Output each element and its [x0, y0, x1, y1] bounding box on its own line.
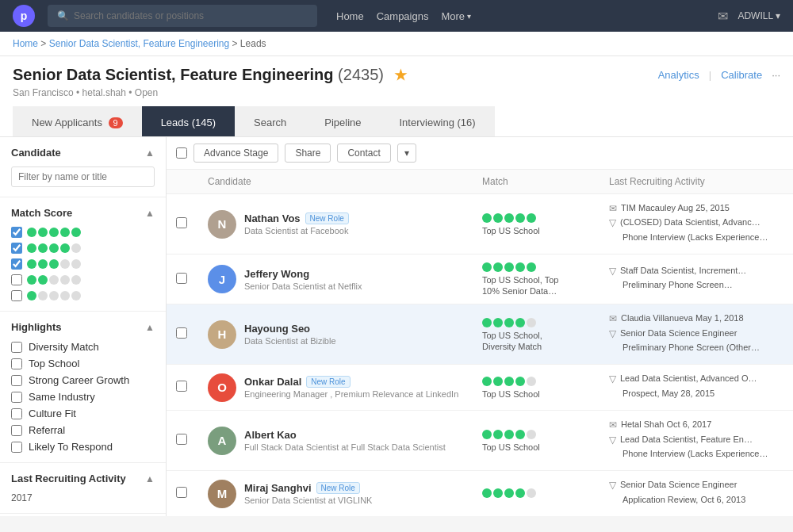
highlights-section: Highlights ▲ Diversity Match Top School … — [0, 312, 166, 463]
last-recruiting-header[interactable]: Last Recruiting Activity ▲ — [11, 473, 155, 484]
candidate-details: Miraj Sanghvi New Role Senior Data Scien… — [244, 482, 372, 505]
candidate-info: M Miraj Sanghvi New Role Senior Data Sci… — [208, 480, 482, 508]
search-box[interactable]: 🔍 — [48, 5, 317, 27]
candidate-row[interactable]: M Miraj Sanghvi New Role Senior Data Sci… — [167, 471, 793, 516]
nav-more[interactable]: More ▾ — [441, 10, 471, 22]
candidate-row[interactable]: N Nathan Vos New Role Data Scientist at … — [167, 194, 793, 255]
highlights-header[interactable]: Highlights ▲ — [11, 321, 155, 333]
match-checkbox-5[interactable] — [11, 227, 22, 238]
row-checkbox[interactable] — [176, 434, 187, 445]
highlight-checkbox-industry[interactable] — [11, 392, 22, 403]
breadcrumb: Home > Senior Data Scientist, Feature En… — [0, 32, 793, 56]
header-candidate: Candidate — [208, 176, 482, 187]
search-input[interactable] — [74, 10, 308, 21]
highlight-checkbox-respond[interactable] — [11, 442, 22, 453]
avatar: H — [208, 320, 236, 349]
highlight-strong-career: Strong Career Growth — [11, 374, 155, 386]
row-checkbox[interactable] — [176, 273, 187, 284]
search-icon: 🔍 — [57, 10, 69, 21]
row-checkbox-cell — [176, 434, 208, 447]
candidate-chevron: ▲ — [145, 147, 155, 159]
match-cell: Top US School, Top10% Senior Data… — [482, 262, 609, 296]
activity-subtext: Preliminary Phone Screen… — [623, 279, 733, 291]
candidate-row[interactable]: J Jeffery Wong Senior Data Scientist at … — [167, 255, 793, 304]
candidate-details: Albert Kao Full Stack Data Scientist at … — [244, 429, 446, 452]
activity-subtext: Application Review, Oct 6, 2013 — [623, 494, 745, 506]
tab-interviewing[interactable]: Interviewing (16) — [381, 106, 495, 136]
activity-icon: ▽ — [609, 328, 616, 339]
row-checkbox-cell — [176, 327, 208, 341]
user-menu[interactable]: ADWILL ▾ — [737, 10, 780, 21]
mail-icon[interactable]: ✉ — [718, 9, 728, 24]
tab-new-applicants[interactable]: New Applicants 9 — [13, 106, 142, 136]
activity-cell: ▽Senior Data Science EngineerApplication… — [609, 479, 783, 508]
candidate-name: Hayoung Seo — [244, 323, 310, 335]
candidate-title: Full Stack Data Scientist at Full Stack … — [244, 442, 446, 452]
select-all-checkbox[interactable] — [176, 147, 187, 159]
analytics-link[interactable]: Analytics — [658, 69, 699, 81]
match-checkbox-4[interactable] — [11, 243, 22, 254]
row-checkbox-cell — [176, 273, 208, 286]
candidate-row[interactable]: H Hayoung Seo Data Scientist at Bizible … — [167, 304, 793, 365]
activity-cell: ✉Hetal Shah Oct 6, 2017▽Lead Data Scient… — [609, 419, 783, 462]
header-actions: Analytics | Calibrate ··· — [658, 69, 780, 81]
breadcrumb-home[interactable]: Home — [13, 38, 38, 49]
match-score-header[interactable]: Match Score ▲ — [11, 207, 155, 219]
advance-stage-button[interactable]: Advance Stage — [193, 144, 278, 163]
highlight-culture-fit: Culture Fit — [11, 408, 155, 419]
match-checkbox-2[interactable] — [11, 274, 22, 285]
new-role-badge: New Role — [316, 482, 360, 494]
page-title: Senior Data Scientist, Feature Engineeri… — [13, 66, 407, 84]
activity-cell: ▽Staff Data Scientist, Increment…Prelimi… — [609, 265, 783, 294]
match-checkbox-3[interactable] — [11, 258, 22, 270]
row-checkbox[interactable] — [176, 327, 187, 339]
highlight-checkbox-referral[interactable] — [11, 425, 22, 436]
header-activity: Last Recruiting Activity — [609, 176, 783, 187]
highlight-checkbox-diversity[interactable] — [11, 342, 22, 353]
top-nav: p 🔍 Home Campaigns More ▾ ✉ ADWILL ▾ — [0, 0, 793, 32]
candidate-row[interactable]: O Onkar Dalal New Role Engineering Manag… — [167, 365, 793, 411]
highlight-checkbox-culture[interactable] — [11, 408, 22, 419]
activity-subtext: Phone Interview (Lacks Experience… — [623, 448, 768, 460]
highlight-checkbox-career[interactable] — [11, 375, 22, 386]
page-header: Senior Data Scientist, Feature Engineeri… — [0, 56, 793, 137]
match-row-1 — [11, 290, 155, 301]
toolbar-dropdown-button[interactable]: ▾ — [397, 144, 416, 163]
highlight-checkbox-top-school[interactable] — [11, 358, 22, 369]
activity-text: Senior Data Science Engineer — [620, 479, 737, 491]
candidate-filter-input[interactable] — [11, 166, 155, 187]
tab-search[interactable]: Search — [235, 106, 305, 136]
candidate-name: Miraj Sanghvi — [244, 482, 312, 494]
page-more-icon[interactable]: ··· — [772, 69, 780, 81]
match-checkbox-1[interactable] — [11, 290, 22, 301]
star-icon[interactable]: ★ — [394, 67, 407, 83]
candidate-info: O Onkar Dalal New Role Engineering Manag… — [208, 373, 482, 402]
calibrate-link[interactable]: Calibrate — [721, 69, 762, 81]
candidate-title: Engineering Manager , Premium Relevance … — [244, 389, 458, 399]
contact-button[interactable]: Contact — [337, 144, 390, 163]
match-cell — [482, 488, 609, 499]
activity-icon: ▽ — [609, 266, 616, 277]
tab-leads[interactable]: Leads (145) — [142, 106, 235, 136]
activity-text: Lead Data Scientist, Feature En… — [620, 434, 753, 446]
match-row-5 — [11, 227, 155, 238]
tab-badge-new-applicants: 9 — [109, 117, 123, 128]
candidate-info: N Nathan Vos New Role Data Scientist at … — [208, 210, 482, 239]
highlight-diversity-match: Diversity Match — [11, 341, 155, 353]
candidate-details: Hayoung Seo Data Scientist at Bizible — [244, 323, 336, 346]
breadcrumb-position[interactable]: Senior Data Scientist, Feature Engineeri… — [49, 38, 229, 49]
row-checkbox[interactable] — [176, 217, 187, 228]
avatar: M — [208, 480, 236, 508]
tab-pipeline[interactable]: Pipeline — [305, 106, 380, 136]
candidate-row[interactable]: A Albert Kao Full Stack Data Scientist a… — [167, 411, 793, 471]
activity-icon: ▽ — [609, 480, 616, 491]
candidate-filter-section: Candidate ▲ — [0, 137, 166, 197]
highlights-list: Diversity Match Top School Strong Career… — [11, 341, 155, 453]
nav-campaigns[interactable]: Campaigns — [377, 10, 429, 22]
candidate-details: Jeffery Wong Senior Data Scientist at Ne… — [244, 268, 362, 291]
row-checkbox[interactable] — [176, 381, 187, 392]
row-checkbox[interactable] — [176, 487, 187, 498]
candidate-section-header[interactable]: Candidate ▲ — [11, 147, 155, 159]
nav-home[interactable]: Home — [336, 10, 364, 22]
share-button[interactable]: Share — [285, 144, 331, 163]
